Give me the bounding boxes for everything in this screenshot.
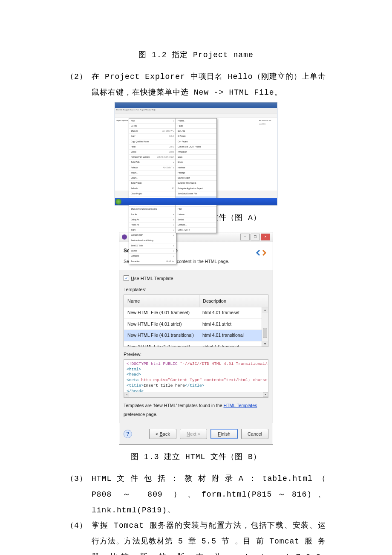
scroll-down-icon[interactable]: ▾ (262, 341, 268, 347)
template-row[interactable]: New XHTML File (1.0 frameset)xhtml 1.0 f… (124, 341, 268, 347)
context-menu-item: Debug As▸ (129, 217, 176, 223)
context-menu-item: Build Path▸ (129, 160, 176, 165)
fig-caption-1-3b: 图 1.3 建立 HTML 文件（图 B） (66, 449, 326, 465)
context-menu-item: Team▸ (129, 228, 176, 233)
context-menu-item: CopyCtrl+C (129, 134, 176, 139)
template-row[interactable]: New HTML File (4.01 transitional)html 4.… (124, 330, 268, 341)
checkbox-label: UUse HTML Templatese HTML Template (131, 274, 173, 283)
context-menu-item: New▸ (129, 119, 176, 124)
context-menu-item: PropertiesAlt+Enter (129, 259, 176, 264)
context-menu-item: Restore from Local History... (129, 238, 176, 243)
cancel-button[interactable]: Cancel (241, 429, 268, 439)
context-menu-item: Java EE Tools▸ (129, 243, 176, 249)
template-row[interactable]: New HTML File (4.01 strict)html 4.01 str… (124, 319, 268, 330)
html-icon (254, 246, 268, 260)
templates-note: Templates are 'New HTML' templates found… (124, 401, 268, 419)
submenu-item: Filter (176, 207, 216, 212)
submenu-item: Enum (176, 160, 216, 165)
context-menu-item: Configure▸ (129, 254, 176, 259)
context-menu-item: Source▸ (129, 249, 176, 254)
context-menu-item: Remove from ContextCtrl+Alt+Shift+Down (129, 155, 176, 160)
checkbox-icon: ✓ (124, 275, 129, 281)
context-menu-item: Copy Qualified Name (129, 139, 176, 145)
table-scrollbar[interactable]: ▴ ▾ (262, 307, 268, 347)
submenu-item: Example... (176, 223, 216, 228)
item-number: （2） (66, 69, 92, 101)
context-menu-item: Import... (129, 171, 176, 176)
item-number: （3） (66, 471, 92, 518)
html-templates-link[interactable]: HTML Templates (224, 403, 257, 408)
minimize-button[interactable]: – (240, 234, 250, 240)
context-menu-item: PasteCtrl+V (129, 145, 176, 150)
submenu-item: Folder (176, 124, 216, 129)
scroll-thumb[interactable] (263, 328, 267, 338)
templates-table[interactable]: Name Description New HTML File (4.01 fra… (124, 295, 268, 347)
item-text: 在 Project Explorer 中项目名 Hello（刚建立的）上单击鼠标… (92, 69, 326, 101)
submenu-item: Listener (176, 212, 216, 217)
preview-h-scrollbar[interactable]: ◂▸ (124, 392, 268, 397)
finish-button[interactable]: Finish (210, 429, 238, 439)
list-item-3: （3） HTML 文 件 包 括 ： 教 材 附 录 A ： table.htm… (66, 471, 326, 518)
submenu-item: Source Folder (176, 176, 216, 181)
preview-pane: <!DOCTYPE html PUBLIC "-//W3C//DTD HTML … (124, 359, 268, 398)
context-menu-item: RefactorAlt+Shift+T ▸ (129, 165, 176, 171)
context-menu-item: Compare With▸ (129, 233, 176, 238)
list-item-2: （2） 在 Project Explorer 中项目名 Hello（刚建立的）上… (66, 69, 326, 101)
use-html-template-checkbox[interactable]: ✓ UUse HTML Templatese HTML Template (124, 274, 268, 283)
scroll-up-icon[interactable]: ▴ (262, 307, 268, 313)
item-number: （4） (66, 518, 92, 555)
submenu-item: Dynamic Web Project (176, 181, 216, 186)
submenu-item: Servlet (176, 217, 216, 223)
context-menu-item: Close Project (129, 191, 176, 197)
context-menu-item: RefreshF5 (129, 186, 176, 191)
context-menu-item: DeleteDelete (129, 150, 176, 155)
context-menu-item: Go Into (129, 124, 176, 129)
context-menu-item: Show in Remote Systems view (129, 207, 176, 212)
outline-panel: An outline is not available. (258, 118, 277, 191)
maximize-button[interactable]: □ (251, 234, 260, 240)
context-menu-item: Show InAlt+Shift+W ▸ (129, 129, 176, 134)
list-item-4: （4） 掌握 Tomcat 服务器的安装与配置方法，包括下载、安装、运行方法。方… (66, 518, 326, 555)
col-name[interactable]: Name (124, 295, 199, 307)
col-description[interactable]: Description (199, 295, 230, 307)
start-orb-icon (115, 199, 121, 205)
eclipse-menubar: File Edit Navigate Search Run Project Wi… (115, 108, 277, 113)
item-text: 掌握 Tomcat 服务器的安装与配置方法，包括下载、安装、运行方法。方法见教材… (92, 518, 326, 555)
fig-caption-1-2: 图 1.2 指定 Project name (66, 47, 326, 63)
submenu-item: SQL File (176, 129, 216, 134)
templates-label: Templates: (124, 285, 268, 295)
new-submenu: Project...FolderSQL FileC ProjectC++ Pro… (176, 118, 217, 234)
template-row[interactable]: New HTML File (4.01 frameset)html 4.01 f… (124, 307, 268, 319)
back-button[interactable]: < Back (149, 429, 176, 439)
submenu-item: C Project (176, 134, 216, 139)
close-button[interactable]: × (261, 234, 270, 240)
submenu-item: C++ Project (176, 139, 216, 145)
context-menu-item: Profile As▸ (129, 223, 176, 228)
submenu-item: JavaScript Source File (176, 191, 216, 197)
submenu-item: Interface (176, 165, 216, 171)
submenu-item: Project... (176, 119, 216, 124)
next-button[interactable]: Next > (180, 429, 207, 439)
preview-label: Preview: (124, 350, 268, 359)
item-text: HTML 文 件 包 括 ： 教 材 附 录 A ： table.html （ … (92, 471, 326, 518)
screenshot-eclipse: File Edit Navigate Search Run Project Wi… (115, 102, 277, 205)
context-menu: New▸Go IntoShow InAlt+Shift+W ▸CopyCtrl+… (129, 118, 176, 264)
submenu-item: Convert to a C/C++ Project (176, 145, 216, 150)
submenu-item: Class (176, 155, 216, 160)
submenu-item: Annotation (176, 150, 216, 155)
help-icon[interactable]: ? (124, 430, 132, 438)
eclipse-icon (122, 234, 127, 240)
submenu-item: Other... Ctrl+N (176, 228, 216, 233)
submenu-item: Package (176, 171, 216, 176)
context-menu-item: Run As▸ (129, 212, 176, 217)
submenu-item: Enterprise Application Project (176, 186, 216, 191)
context-menu-item: Build Project (129, 181, 176, 186)
context-menu-item: Export... (129, 176, 176, 181)
